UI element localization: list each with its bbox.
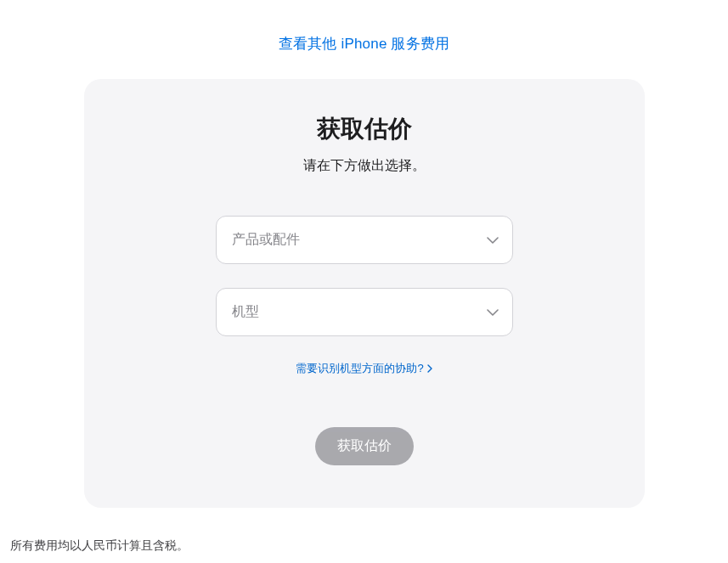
chevron-down-icon [487,237,499,244]
estimate-card: 获取估价 请在下方做出选择。 产品或配件 机型 需要识别机型方面的协助? 获取估… [84,79,645,508]
chevron-right-icon [427,364,432,373]
product-select[interactable]: 产品或配件 [216,216,513,264]
footer-disclaimer: 所有费用均以人民币计算且含税。 截至 2023 年 2 月底, 保外电池服务的费… [0,508,728,563]
chevron-down-icon [487,309,499,316]
other-services-link[interactable]: 查看其他 iPhone 服务费用 [279,36,450,52]
card-title: 获取估价 [127,113,602,145]
help-link-label: 需要识别机型方面的协助? [296,361,423,376]
identify-model-help-link[interactable]: 需要识别机型方面的协助? [296,361,432,376]
product-select-placeholder: 产品或配件 [232,231,300,249]
footer-line1: 所有费用均以人民币计算且含税。 [10,532,718,559]
model-select[interactable]: 机型 [216,288,513,336]
get-estimate-button[interactable]: 获取估价 [315,427,414,465]
model-select-placeholder: 机型 [232,303,259,321]
card-subtitle: 请在下方做出选择。 [127,157,602,175]
